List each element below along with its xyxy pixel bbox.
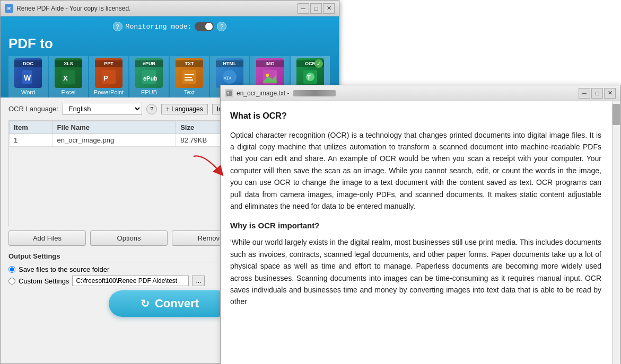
img-icon: IMG (256, 58, 284, 88)
language-select[interactable]: English French German Spanish Chinese (63, 103, 142, 115)
ocr-maximize-button[interactable]: □ (591, 88, 603, 99)
epub-icon: ePUB ePub (135, 58, 163, 88)
svg-text:T: T (307, 74, 311, 81)
svg-rect-9 (185, 74, 194, 75)
monitoring-info-icon[interactable]: ? (217, 22, 226, 31)
word-icon: DOC W (14, 58, 42, 88)
format-btn-word[interactable]: DOC W Word (8, 56, 48, 97)
format-btn-powerpoint[interactable]: PPT P PowerPoint (89, 56, 128, 97)
format-btn-text[interactable]: TXT Text (170, 56, 209, 97)
excel-icon: XLS X (55, 58, 82, 88)
app-title: Renee PDF Aide - Your copy is licensed. (16, 5, 298, 12)
svg-rect-10 (185, 77, 192, 78)
ocr-para2: 'While our world largely exists in the d… (230, 236, 601, 307)
epub-label: EPUB (141, 89, 157, 95)
word-label: Word (21, 89, 35, 95)
format-btn-excel[interactable]: XLS X Excel (49, 56, 88, 97)
ocr-close-button[interactable]: ✕ (604, 88, 616, 99)
format-btn-epub[interactable]: ePUB ePub EPUB (129, 56, 169, 97)
ocr-window-controls: ─ □ ✕ (579, 88, 616, 99)
convert-button[interactable]: ↻ Convert (109, 290, 231, 317)
ppt-icon: PPT P (95, 58, 123, 88)
monitoring-label: Monitoring mode: (126, 23, 192, 31)
pdf-to-label: PDF to (8, 35, 331, 52)
language-help-button[interactable]: ? (146, 104, 157, 114)
svg-text:X: X (63, 74, 68, 82)
monitoring-toggle[interactable] (195, 22, 214, 31)
convert-icon: ↻ (141, 297, 150, 310)
txt-icon: TXT (176, 58, 203, 88)
excel-label: Excel (62, 89, 76, 95)
html-icon: HTML </> (216, 58, 243, 88)
monitoring-bar: ? Monitoring mode: ? (8, 22, 331, 31)
svg-text:ePub: ePub (143, 75, 157, 82)
browse-button[interactable]: ... (192, 276, 205, 286)
ocr-para1: Optical character recognition (OCR) is a… (230, 129, 601, 212)
monitoring-help-icon[interactable]: ? (113, 22, 123, 31)
ocr-heading2: Why is OCR important? (230, 219, 601, 232)
svg-text:W: W (24, 74, 31, 82)
text-label: Text (184, 89, 195, 95)
svg-rect-11 (185, 79, 193, 81)
title-bar-controls: ─ □ ✕ (298, 3, 335, 14)
app-icon: R (5, 4, 13, 13)
svg-text:P: P (103, 74, 108, 82)
close-button[interactable]: ✕ (323, 3, 335, 14)
save-source-label: Save files to the source folder (19, 265, 109, 273)
ocr-heading1: What is OCR? (230, 109, 601, 123)
col-item: Item (10, 121, 53, 134)
app-title-bar: R Renee PDF Aide - Your copy is licensed… (1, 1, 339, 16)
ocr-check-icon: ✓ (314, 59, 323, 68)
ocr-icon: OCR T ✓ (296, 58, 324, 88)
convert-label: Convert (155, 297, 199, 310)
ocr-scrollbar-thumb[interactable] (613, 104, 620, 125)
ocr-minimize-button[interactable]: ─ (579, 88, 590, 99)
ocr-language-label: OCR Language: (8, 105, 58, 113)
ocr-window-icon: T (225, 89, 233, 97)
custom-settings-radio[interactable] (8, 278, 15, 285)
custom-settings-label: Custom Settings (19, 277, 69, 285)
ocr-title-bar: T en_ocr_image.txt - ─ □ ✕ (221, 85, 620, 101)
svg-text:T: T (227, 92, 230, 95)
ppt-label: PowerPoint (94, 89, 124, 95)
ocr-result-window: T en_ocr_image.txt - ─ □ ✕ What is OCR? … (220, 85, 620, 364)
blurred-title-content (293, 90, 336, 96)
col-filename: File Name (53, 121, 176, 134)
options-button[interactable]: Options (90, 230, 168, 246)
ocr-window-title: en_ocr_image.txt - (237, 90, 575, 97)
languages-button[interactable]: + Languages (161, 104, 208, 114)
ocr-content-area: What is OCR? Optical character recogniti… (221, 101, 612, 364)
cell-filename: en_ocr_image.png (53, 134, 176, 147)
cell-item: 1 (10, 134, 53, 147)
maximize-button[interactable]: □ (310, 3, 322, 14)
ocr-scrollbar[interactable] (612, 101, 620, 364)
svg-text:</>: </> (224, 75, 232, 81)
custom-path-input[interactable] (72, 276, 189, 286)
save-source-radio[interactable] (8, 266, 15, 273)
minimize-button[interactable]: ─ (298, 3, 309, 14)
add-files-button[interactable]: Add Files (8, 230, 86, 246)
